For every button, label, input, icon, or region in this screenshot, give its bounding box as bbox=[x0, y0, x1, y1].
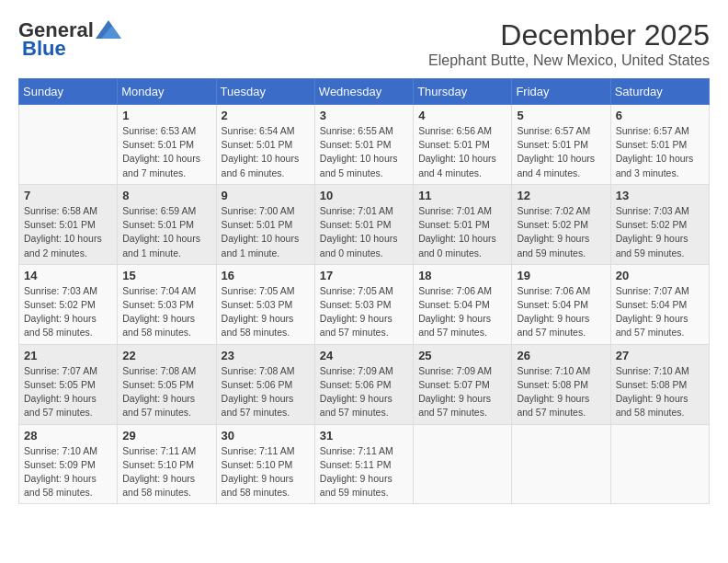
header-monday: Monday bbox=[118, 79, 216, 105]
calendar-cell: 11Sunrise: 7:01 AM Sunset: 5:01 PM Dayli… bbox=[414, 184, 512, 264]
calendar-cell: 27Sunrise: 7:10 AM Sunset: 5:08 PM Dayli… bbox=[610, 344, 709, 424]
day-info: Sunrise: 7:03 AM Sunset: 5:02 PM Dayligh… bbox=[616, 204, 704, 260]
week-row-3: 14Sunrise: 7:03 AM Sunset: 5:02 PM Dayli… bbox=[19, 264, 710, 344]
calendar-cell bbox=[610, 424, 709, 504]
day-info: Sunrise: 7:01 AM Sunset: 5:01 PM Dayligh… bbox=[418, 204, 506, 260]
day-info: Sunrise: 7:08 AM Sunset: 5:06 PM Dayligh… bbox=[222, 364, 310, 420]
day-info: Sunrise: 7:06 AM Sunset: 5:04 PM Dayligh… bbox=[517, 284, 605, 340]
calendar-cell: 28Sunrise: 7:10 AM Sunset: 5:09 PM Dayli… bbox=[19, 424, 118, 504]
calendar-cell bbox=[19, 105, 118, 185]
day-info: Sunrise: 7:06 AM Sunset: 5:04 PM Dayligh… bbox=[418, 284, 506, 340]
day-info: Sunrise: 6:57 AM Sunset: 5:01 PM Dayligh… bbox=[616, 124, 704, 180]
calendar-cell: 7Sunrise: 6:58 AM Sunset: 5:01 PM Daylig… bbox=[19, 184, 118, 264]
calendar-cell: 16Sunrise: 7:05 AM Sunset: 5:03 PM Dayli… bbox=[216, 264, 314, 344]
day-info: Sunrise: 7:10 AM Sunset: 5:08 PM Dayligh… bbox=[517, 364, 605, 420]
day-info: Sunrise: 7:10 AM Sunset: 5:09 PM Dayligh… bbox=[24, 444, 112, 500]
calendar-cell: 20Sunrise: 7:07 AM Sunset: 5:04 PM Dayli… bbox=[610, 264, 709, 344]
title-section: December 2025 Elephant Butte, New Mexico… bbox=[428, 18, 710, 69]
day-number: 19 bbox=[517, 269, 605, 282]
calendar-cell: 1Sunrise: 6:53 AM Sunset: 5:01 PM Daylig… bbox=[118, 105, 216, 185]
logo-blue: Blue bbox=[22, 37, 66, 61]
day-number: 17 bbox=[320, 269, 408, 282]
calendar-cell: 5Sunrise: 6:57 AM Sunset: 5:01 PM Daylig… bbox=[512, 105, 610, 185]
day-number: 20 bbox=[616, 269, 704, 282]
week-row-1: 1Sunrise: 6:53 AM Sunset: 5:01 PM Daylig… bbox=[19, 105, 710, 185]
calendar-cell: 26Sunrise: 7:10 AM Sunset: 5:08 PM Dayli… bbox=[512, 344, 610, 424]
day-number: 28 bbox=[24, 429, 112, 442]
day-info: Sunrise: 7:09 AM Sunset: 5:07 PM Dayligh… bbox=[418, 364, 506, 420]
day-info: Sunrise: 6:56 AM Sunset: 5:01 PM Dayligh… bbox=[418, 124, 506, 180]
header-saturday: Saturday bbox=[610, 79, 709, 105]
day-info: Sunrise: 7:00 AM Sunset: 5:01 PM Dayligh… bbox=[222, 204, 310, 260]
calendar-cell: 24Sunrise: 7:09 AM Sunset: 5:06 PM Dayli… bbox=[314, 344, 413, 424]
calendar-cell: 23Sunrise: 7:08 AM Sunset: 5:06 PM Dayli… bbox=[216, 344, 314, 424]
calendar-body: 1Sunrise: 6:53 AM Sunset: 5:01 PM Daylig… bbox=[19, 105, 710, 504]
location-text: Elephant Butte, New Mexico, United State… bbox=[428, 52, 710, 69]
calendar-cell: 30Sunrise: 7:11 AM Sunset: 5:10 PM Dayli… bbox=[216, 424, 314, 504]
day-number: 8 bbox=[122, 189, 210, 202]
day-info: Sunrise: 6:53 AM Sunset: 5:01 PM Dayligh… bbox=[122, 124, 210, 180]
week-row-5: 28Sunrise: 7:10 AM Sunset: 5:09 PM Dayli… bbox=[19, 424, 710, 504]
day-number: 25 bbox=[418, 349, 506, 362]
day-number: 2 bbox=[222, 109, 310, 122]
calendar-cell: 29Sunrise: 7:11 AM Sunset: 5:10 PM Dayli… bbox=[118, 424, 216, 504]
day-number: 3 bbox=[320, 109, 408, 122]
day-number: 22 bbox=[122, 349, 210, 362]
day-number: 4 bbox=[418, 109, 506, 122]
header-wednesday: Wednesday bbox=[314, 79, 413, 105]
day-number: 7 bbox=[24, 189, 112, 202]
calendar-cell: 17Sunrise: 7:05 AM Sunset: 5:03 PM Dayli… bbox=[314, 264, 413, 344]
calendar-cell: 6Sunrise: 6:57 AM Sunset: 5:01 PM Daylig… bbox=[610, 105, 709, 185]
day-info: Sunrise: 6:58 AM Sunset: 5:01 PM Dayligh… bbox=[24, 204, 112, 260]
day-number: 30 bbox=[222, 429, 310, 442]
calendar-cell: 31Sunrise: 7:11 AM Sunset: 5:11 PM Dayli… bbox=[314, 424, 413, 504]
calendar-cell: 15Sunrise: 7:04 AM Sunset: 5:03 PM Dayli… bbox=[118, 264, 216, 344]
calendar-cell: 25Sunrise: 7:09 AM Sunset: 5:07 PM Dayli… bbox=[414, 344, 512, 424]
day-info: Sunrise: 7:04 AM Sunset: 5:03 PM Dayligh… bbox=[122, 284, 210, 340]
day-number: 29 bbox=[122, 429, 210, 442]
calendar-cell: 12Sunrise: 7:02 AM Sunset: 5:02 PM Dayli… bbox=[512, 184, 610, 264]
day-number: 12 bbox=[517, 189, 605, 202]
day-number: 10 bbox=[320, 189, 408, 202]
day-info: Sunrise: 7:07 AM Sunset: 5:04 PM Dayligh… bbox=[616, 284, 704, 340]
day-info: Sunrise: 7:07 AM Sunset: 5:05 PM Dayligh… bbox=[24, 364, 112, 420]
day-info: Sunrise: 6:55 AM Sunset: 5:01 PM Dayligh… bbox=[320, 124, 408, 180]
calendar-cell: 19Sunrise: 7:06 AM Sunset: 5:04 PM Dayli… bbox=[512, 264, 610, 344]
day-number: 5 bbox=[517, 109, 605, 122]
day-info: Sunrise: 7:01 AM Sunset: 5:01 PM Dayligh… bbox=[320, 204, 408, 260]
day-number: 11 bbox=[418, 189, 506, 202]
calendar-cell: 18Sunrise: 7:06 AM Sunset: 5:04 PM Dayli… bbox=[414, 264, 512, 344]
day-number: 15 bbox=[122, 269, 210, 282]
calendar-cell: 10Sunrise: 7:01 AM Sunset: 5:01 PM Dayli… bbox=[314, 184, 413, 264]
day-number: 18 bbox=[418, 269, 506, 282]
header-sunday: Sunday bbox=[19, 79, 118, 105]
day-number: 16 bbox=[222, 269, 310, 282]
header-friday: Friday bbox=[512, 79, 610, 105]
day-info: Sunrise: 7:03 AM Sunset: 5:02 PM Dayligh… bbox=[24, 284, 112, 340]
calendar-cell: 3Sunrise: 6:55 AM Sunset: 5:01 PM Daylig… bbox=[314, 105, 413, 185]
day-number: 26 bbox=[517, 349, 605, 362]
calendar-cell: 4Sunrise: 6:56 AM Sunset: 5:01 PM Daylig… bbox=[414, 105, 512, 185]
week-row-2: 7Sunrise: 6:58 AM Sunset: 5:01 PM Daylig… bbox=[19, 184, 710, 264]
calendar-cell bbox=[414, 424, 512, 504]
calendar-cell: 21Sunrise: 7:07 AM Sunset: 5:05 PM Dayli… bbox=[19, 344, 118, 424]
calendar-table: SundayMondayTuesdayWednesdayThursdayFrid… bbox=[18, 78, 710, 504]
logo: General Blue bbox=[18, 18, 121, 61]
day-info: Sunrise: 6:54 AM Sunset: 5:01 PM Dayligh… bbox=[222, 124, 310, 180]
day-number: 14 bbox=[24, 269, 112, 282]
day-info: Sunrise: 7:05 AM Sunset: 5:03 PM Dayligh… bbox=[222, 284, 310, 340]
month-title: December 2025 bbox=[428, 18, 710, 52]
header-tuesday: Tuesday bbox=[216, 79, 314, 105]
calendar-cell: 13Sunrise: 7:03 AM Sunset: 5:02 PM Dayli… bbox=[610, 184, 709, 264]
day-info: Sunrise: 7:11 AM Sunset: 5:11 PM Dayligh… bbox=[320, 444, 408, 500]
day-number: 1 bbox=[122, 109, 210, 122]
day-info: Sunrise: 7:09 AM Sunset: 5:06 PM Dayligh… bbox=[320, 364, 408, 420]
day-info: Sunrise: 7:05 AM Sunset: 5:03 PM Dayligh… bbox=[320, 284, 408, 340]
calendar-cell: 2Sunrise: 6:54 AM Sunset: 5:01 PM Daylig… bbox=[216, 105, 314, 185]
day-number: 13 bbox=[616, 189, 704, 202]
page-header: General Blue December 2025 Elephant Butt… bbox=[18, 18, 710, 69]
day-number: 31 bbox=[320, 429, 408, 442]
calendar-header-row: SundayMondayTuesdayWednesdayThursdayFrid… bbox=[19, 79, 710, 105]
day-number: 27 bbox=[616, 349, 704, 362]
day-number: 6 bbox=[616, 109, 704, 122]
